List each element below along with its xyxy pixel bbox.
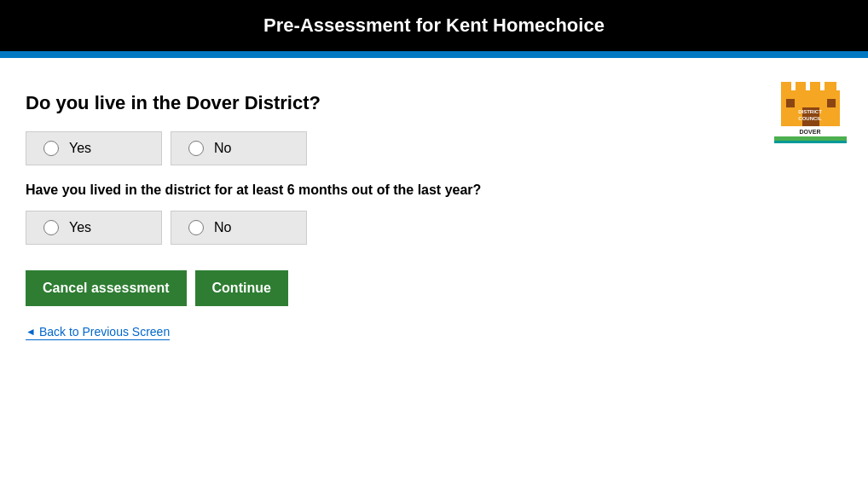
question1-yes-label[interactable]: Yes: [69, 141, 91, 156]
back-link-label: Back to Previous Screen: [39, 325, 170, 339]
question1-no-label[interactable]: No: [214, 141, 231, 156]
question2-no-radio[interactable]: [188, 220, 204, 235]
svg-rect-7: [786, 99, 795, 107]
svg-rect-11: [774, 136, 847, 141]
question2-yes-radio[interactable]: [43, 220, 59, 235]
continue-button[interactable]: Continue: [195, 270, 288, 306]
svg-rect-8: [827, 99, 836, 107]
svg-text:COUNCIL: COUNCIL: [798, 116, 822, 121]
question1-radio-group: Yes No: [26, 131, 842, 165]
question2-radio-group: Yes No: [26, 211, 842, 245]
question2-yes-label[interactable]: Yes: [69, 220, 91, 235]
svg-rect-3: [810, 82, 820, 94]
question1-yes-radio[interactable]: [43, 141, 59, 156]
page-title: Pre-Assessment for Kent Homechoice: [263, 14, 605, 37]
question1-title: Do you live in the Dover District?: [26, 92, 842, 114]
dover-district-council-logo: DOVER DISTRICT COUNCIL: [774, 67, 847, 143]
question2-yes-option[interactable]: Yes: [26, 211, 162, 245]
blue-stripe: [0, 51, 868, 58]
question1-no-radio[interactable]: [188, 141, 204, 156]
logo-container: DOVER DISTRICT COUNCIL: [774, 67, 851, 143]
question2-no-label[interactable]: No: [214, 220, 231, 235]
question2-no-option[interactable]: No: [171, 211, 307, 245]
question1-yes-option[interactable]: Yes: [26, 131, 162, 165]
svg-text:DOVER: DOVER: [800, 129, 821, 135]
svg-rect-1: [781, 82, 791, 94]
main-content: DOVER DISTRICT COUNCIL Do you live in th…: [0, 58, 868, 357]
button-row: Cancel assessment Continue: [26, 270, 842, 306]
svg-rect-4: [825, 82, 836, 94]
svg-rect-2: [796, 82, 806, 94]
svg-rect-12: [774, 141, 847, 143]
svg-text:DISTRICT: DISTRICT: [798, 109, 822, 114]
question1-no-option[interactable]: No: [171, 131, 307, 165]
back-to-previous-screen-link[interactable]: Back to Previous Screen: [26, 325, 170, 340]
cancel-assessment-button[interactable]: Cancel assessment: [26, 270, 187, 306]
question2-title: Have you lived in the district for at le…: [26, 182, 842, 198]
page-header: Pre-Assessment for Kent Homechoice: [0, 0, 868, 51]
